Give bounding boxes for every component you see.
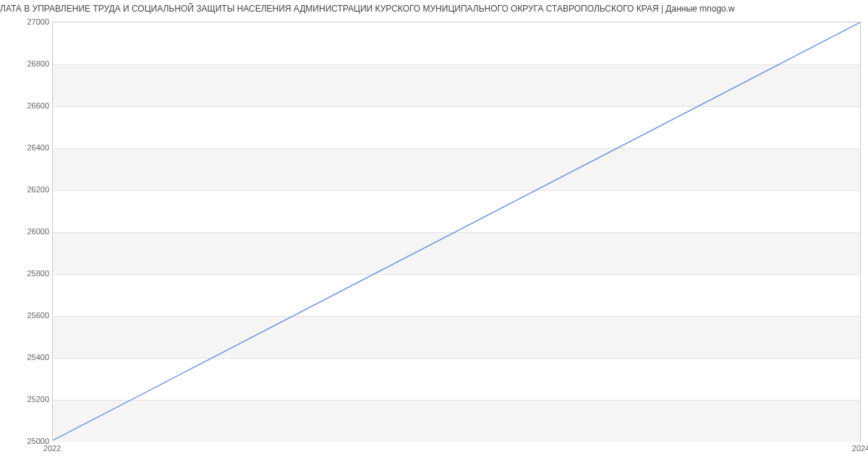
chart-title: ЛАТА В УПРАВЛЕНИЕ ТРУДА И СОЦИАЛЬНОЙ ЗАЩ…	[0, 0, 868, 17]
y-tick-label: 25200	[6, 395, 49, 403]
x-tick-label: 2022	[43, 444, 61, 453]
y-tick-label: 26600	[6, 101, 49, 110]
y-tick-label: 25400	[6, 353, 49, 362]
y-tick-label: 26000	[6, 227, 49, 236]
y-tick-label: 27000	[6, 17, 49, 26]
data-line	[53, 22, 860, 440]
y-tick-label: 26800	[6, 59, 49, 68]
y-tick-label: 26200	[6, 185, 49, 194]
plot-area	[52, 22, 861, 441]
y-tick-label: 26400	[6, 143, 49, 152]
y-tick-label: 25600	[6, 311, 49, 320]
x-tick-label: 2024	[852, 444, 868, 453]
y-tick-label: 25800	[6, 269, 49, 278]
